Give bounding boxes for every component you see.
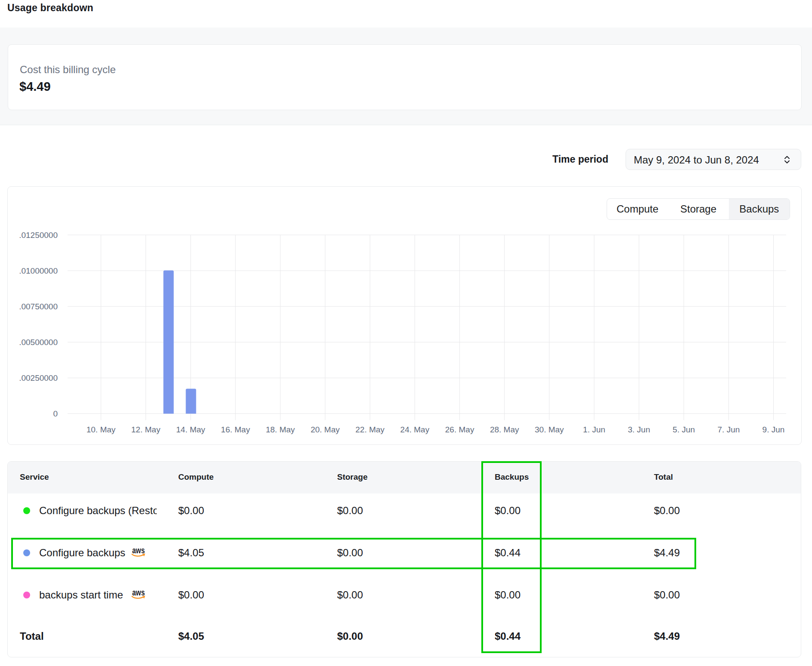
svg-text:12. May: 12. May xyxy=(131,425,161,434)
svg-text:.00500000: .00500000 xyxy=(19,338,58,347)
svg-text:30. May: 30. May xyxy=(535,425,564,434)
svg-text:28. May: 28. May xyxy=(490,425,519,434)
svg-text:.00750000: .00750000 xyxy=(19,302,58,311)
svg-text:9. Jun: 9. Jun xyxy=(762,425,785,434)
svg-text:16. May: 16. May xyxy=(221,425,250,434)
svg-text:7. Jun: 7. Jun xyxy=(718,425,740,434)
svg-text:.00250000: .00250000 xyxy=(19,373,58,382)
svg-text:24. May: 24. May xyxy=(400,425,430,434)
svg-text:10. May: 10. May xyxy=(87,425,116,434)
svg-text:.01250000: .01250000 xyxy=(19,231,58,240)
svg-text:18. May: 18. May xyxy=(266,425,295,434)
svg-text:3. Jun: 3. Jun xyxy=(628,425,650,434)
svg-text:26. May: 26. May xyxy=(445,425,474,434)
svg-text:5. Jun: 5. Jun xyxy=(673,425,695,434)
svg-text:1. Jun: 1. Jun xyxy=(583,425,605,434)
svg-text:14. May: 14. May xyxy=(176,425,205,434)
svg-text:20. May: 20. May xyxy=(310,425,340,434)
svg-text:22. May: 22. May xyxy=(356,425,385,434)
svg-text:0: 0 xyxy=(53,409,58,418)
svg-text:.01000000: .01000000 xyxy=(19,266,58,275)
